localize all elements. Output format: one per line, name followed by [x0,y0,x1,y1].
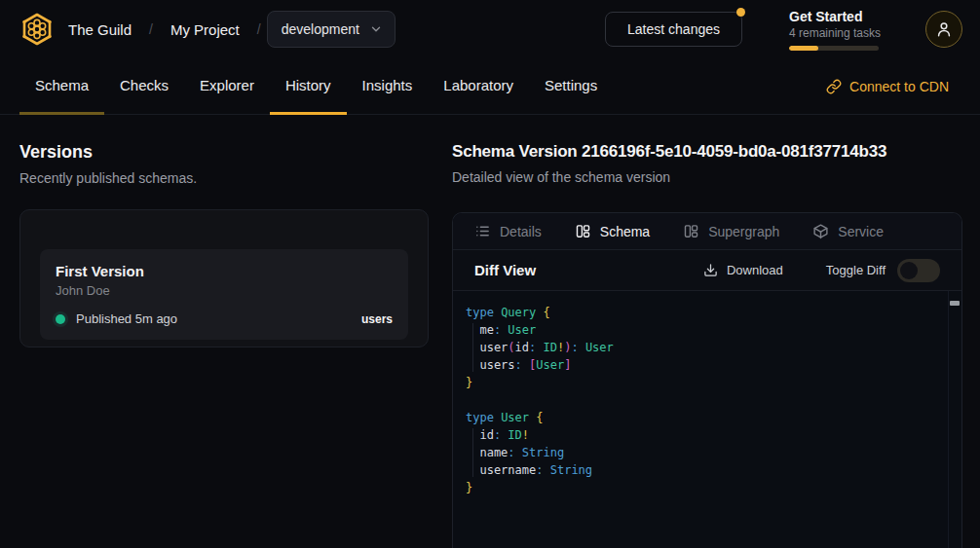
code-line: type Query { [466,304,942,321]
code-line [466,391,942,409]
cube-icon [812,223,829,239]
schema-version-title: Schema Version 2166196f-5e10-4059-bd0a-0… [452,142,962,162]
code-line: user(id: ID!): User [466,339,942,356]
code-line: id: ID! [466,426,942,444]
get-started-progressbar [789,46,879,51]
app-header: The Guild / My Project / development Lat… [0,0,980,58]
indent-guide [472,323,473,372]
indent-guide [472,428,473,477]
list-icon [474,223,491,239]
code-line: username: String [466,461,942,479]
user-icon [934,19,954,39]
toggle-diff-switch[interactable] [897,259,940,282]
notification-dot [736,8,745,17]
code-line: me: User [466,321,942,339]
tab-schema[interactable]: Schema [575,223,650,239]
get-started-widget[interactable]: Get Started 4 remaining tasks [789,9,879,51]
versions-card: First Version John Doe Published 5m ago … [19,209,429,347]
version-author: John Doe [56,283,393,298]
hive-logo[interactable] [18,10,57,49]
detail-tabs: Details Schema [453,213,961,250]
scrollbar-thumb[interactable] [950,301,960,306]
scrollbar-track [948,291,949,548]
download-icon [703,263,718,277]
breadcrumb-project[interactable]: My Project [170,21,240,38]
code-line: name: String [466,444,942,461]
published-status-dot [56,314,65,324]
environment-selector[interactable]: development [267,11,396,48]
columns-icon [683,223,699,239]
versions-title: Versions [19,142,429,163]
diff-view-title: Diff View [474,262,536,278]
schema-version-panel: Details Schema [452,212,962,548]
version-service-badge: users [361,312,393,326]
tab-details-label: Details [500,224,542,239]
toggle-diff-label: Toggle Diff [826,263,886,277]
connect-to-cdn-label: Connect to CDN [849,79,949,94]
target-nav: Schema Checks Explorer History Insights … [0,58,980,115]
nav-tab-schema[interactable]: Schema [19,58,104,115]
version-status: Published 5m ago [76,311,177,326]
latest-changes-label: Latest changes [627,21,720,37]
download-button[interactable]: Download [703,263,783,277]
diff-view-header: Diff View Download Toggle Diff [453,250,961,291]
nav-tab-checks[interactable]: Checks [104,58,184,115]
versions-subtitle: Recently published schemas. [19,170,429,186]
hive-logo-icon [18,10,57,49]
environment-value: development [282,21,359,37]
latest-changes-button[interactable]: Latest changes [605,12,742,47]
tab-service[interactable]: Service [812,223,884,239]
version-name: First Version [56,263,393,279]
get-started-title: Get Started [789,9,879,24]
code-line: users: [User] [466,356,942,374]
get-started-subtitle: 4 remaining tasks [789,26,879,40]
link-icon [826,79,842,94]
code-line: } [466,374,942,391]
user-menu-button[interactable] [925,11,962,48]
connect-to-cdn-link[interactable]: Connect to CDN [826,58,949,114]
tab-schema-label: Schema [600,224,650,239]
versions-column: Versions Recently published schemas. Fir… [19,142,429,548]
schema-code-block: type Query { me: User user(id: ID!): Use… [453,291,961,548]
breadcrumb: The Guild / My Project / [68,21,261,38]
get-started-progress-fill [789,46,818,51]
breadcrumb-org[interactable]: The Guild [68,21,132,38]
columns-icon [575,223,591,239]
nav-tab-insights[interactable]: Insights [347,58,429,115]
toggle-knob [900,262,918,279]
main-content: Versions Recently published schemas. Fir… [0,115,980,548]
breadcrumb-separator: / [149,21,153,37]
tab-supergraph-label: Supergraph [708,224,779,239]
tab-supergraph[interactable]: Supergraph [683,223,779,239]
tab-service-label: Service [838,224,884,239]
version-detail-column: Schema Version 2166196f-5e10-4059-bd0a-0… [452,142,962,548]
breadcrumb-separator: / [257,21,261,37]
nav-tab-explorer[interactable]: Explorer [184,58,270,115]
nav-tab-settings[interactable]: Settings [529,58,613,115]
code-line: type User { [466,409,942,426]
code-line: } [466,479,942,496]
chevron-down-icon [369,22,383,36]
schema-version-subtitle: Detailed view of the schema version [452,169,962,185]
tab-details[interactable]: Details [474,223,542,239]
download-label: Download [727,263,783,277]
nav-tab-laboratory[interactable]: Laboratory [428,58,529,115]
version-list-item[interactable]: First Version John Doe Published 5m ago … [40,249,408,340]
nav-tab-history[interactable]: History [270,58,347,115]
